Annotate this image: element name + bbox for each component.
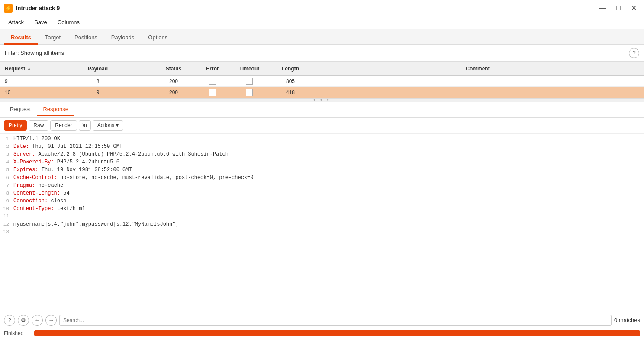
line-number: 11 [0, 214, 13, 219]
newline-button[interactable]: \n [79, 120, 91, 131]
title-controls: — □ ✕ [596, 3, 640, 13]
col-header-request[interactable]: Request ▲ [0, 66, 44, 72]
line-number: 7 [0, 183, 13, 188]
line-number: 1 [0, 136, 13, 141]
title-bar-left: ⚡ Intruder attack 9 [4, 4, 60, 13]
line-content: Pragma: no-cache [13, 182, 63, 188]
cell-timeout [230, 89, 269, 96]
tab-positions[interactable]: Positions [68, 32, 104, 45]
progress-bar-container: Finished [0, 328, 644, 338]
sort-arrow-icon: ▲ [27, 66, 31, 71]
menu-attack[interactable]: Attack [4, 17, 28, 27]
line-number: 4 [0, 159, 13, 165]
code-line: 6Cache-Control: no-store, no-cache, must… [0, 174, 644, 182]
cell-timeout [230, 78, 269, 85]
code-line: 9Connection: close [0, 198, 644, 205]
prev-match-button[interactable]: ← [32, 315, 43, 326]
maximize-button[interactable]: □ [613, 3, 624, 13]
status-bar: ? ⚙ ← → 0 matches [0, 312, 644, 328]
chevron-down-icon: ▾ [116, 122, 119, 128]
line-number: 10 [0, 206, 13, 211]
req-resp-tab-bar: Request Response [0, 102, 644, 118]
col-header-length[interactable]: Length [269, 66, 312, 72]
col-header-comment[interactable]: Comment [312, 66, 644, 72]
line-number: 6 [0, 175, 13, 180]
cell-payload: 8 [44, 78, 152, 84]
code-line: 7Pragma: no-cache [0, 182, 644, 190]
code-line: 5Expires: Thu, 19 Nov 1981 08:52:00 GMT [0, 166, 644, 174]
cell-error [195, 78, 230, 85]
next-match-button[interactable]: → [45, 315, 57, 326]
filter-bar: Filter: Showing all items ? [0, 45, 644, 62]
settings-icon-button[interactable]: ⚙ [18, 315, 29, 326]
cell-status: 200 [152, 78, 195, 84]
response-toolbar: Pretty Raw Render \n Actions ▾ [0, 118, 644, 134]
col-header-error[interactable]: Error [195, 66, 230, 72]
tab-target[interactable]: Target [38, 32, 68, 45]
col-header-status[interactable]: Status [152, 66, 195, 72]
close-button[interactable]: ✕ [628, 3, 640, 13]
line-content: Connection: close [13, 198, 66, 204]
timeout-checkbox [246, 89, 253, 96]
window-title: Intruder attack 9 [16, 5, 60, 11]
menu-save[interactable]: Save [30, 17, 52, 27]
cell-error [195, 89, 230, 96]
cell-request: 9 [0, 78, 44, 84]
pretty-button[interactable]: Pretty [4, 120, 27, 131]
table-row[interactable]: 9 8 200 805 [0, 76, 644, 87]
cell-payload: 9 [44, 89, 152, 96]
results-table: Request ▲ Payload Status Error Timeout L… [0, 62, 644, 99]
tab-payloads[interactable]: Payloads [104, 32, 141, 45]
line-number: 13 [0, 229, 13, 234]
line-content: Content-Length: 54 [13, 190, 70, 196]
error-checkbox [209, 78, 216, 85]
line-number: 5 [0, 167, 13, 172]
line-content: Expires: Thu, 19 Nov 1981 08:52:00 GMT [13, 167, 132, 173]
code-line: 4X-Powered-By: PHP/5.2.4-2ubuntu5.6 [0, 159, 644, 166]
cell-length: 805 [269, 78, 312, 84]
cell-request: 10 [0, 89, 44, 96]
line-content: Content-Type: text/html [13, 206, 85, 212]
line-content: HTTP/1.1 200 OK [13, 136, 60, 142]
pane-divider[interactable]: • • • [0, 99, 644, 102]
code-line: 13 [0, 229, 644, 236]
code-line: 11 [0, 213, 644, 221]
cell-status: 200 [152, 89, 195, 96]
line-content: Server: Apache/2.2.8 (Ubuntu) PHP/5.2.4-… [13, 151, 229, 157]
tab-response[interactable]: Response [37, 103, 74, 116]
table-row[interactable]: 10 9 200 418 [0, 87, 644, 98]
render-button[interactable]: Render [50, 120, 77, 131]
timeout-checkbox [246, 78, 253, 85]
search-input[interactable] [59, 315, 612, 326]
line-number: 8 [0, 191, 13, 196]
tab-options[interactable]: Options [141, 32, 174, 45]
menu-columns[interactable]: Columns [53, 17, 84, 27]
tab-bar: Results Target Positions Payloads Option… [0, 29, 644, 45]
cell-length: 418 [269, 89, 312, 96]
matches-count: 0 matches [614, 317, 640, 323]
line-content: X-Powered-By: PHP/5.2.4-2ubuntu5.6 [13, 159, 119, 165]
finished-label: Finished [4, 330, 30, 336]
col-header-payload[interactable]: Payload [44, 66, 152, 72]
actions-button[interactable]: Actions ▾ [93, 120, 123, 131]
line-number: 12 [0, 222, 13, 227]
code-line: 10Content-Type: text/html [0, 205, 644, 213]
tab-request[interactable]: Request [4, 103, 37, 116]
response-code-area[interactable]: 1HTTP/1.1 200 OK2Date: Thu, 01 Jul 2021 … [0, 134, 644, 312]
filter-help-button[interactable]: ? [629, 48, 639, 58]
code-line: 12myusername|s:4:“john”;mypassword|s:12:… [0, 221, 644, 229]
line-content: Date: Thu, 01 Jul 2021 12:15:50 GMT [13, 143, 122, 150]
line-number: 9 [0, 198, 13, 204]
code-line: 8Content-Length: 54 [0, 190, 644, 198]
code-line: 3Server: Apache/2.2.8 (Ubuntu) PHP/5.2.4… [0, 151, 644, 159]
line-content: Cache-Control: no-store, no-cache, must-… [13, 175, 254, 181]
col-header-timeout[interactable]: Timeout [230, 66, 269, 72]
tab-results[interactable]: Results [4, 32, 38, 45]
line-content: myusername|s:4:“john”;mypassword|s:12:“M… [13, 221, 179, 227]
title-bar: ⚡ Intruder attack 9 — □ ✕ [0, 0, 644, 16]
raw-button[interactable]: Raw [29, 120, 48, 131]
minimize-button[interactable]: — [596, 3, 609, 13]
code-line: 1HTTP/1.1 200 OK [0, 135, 644, 143]
help-icon-button[interactable]: ? [4, 315, 15, 326]
line-number: 2 [0, 144, 13, 149]
